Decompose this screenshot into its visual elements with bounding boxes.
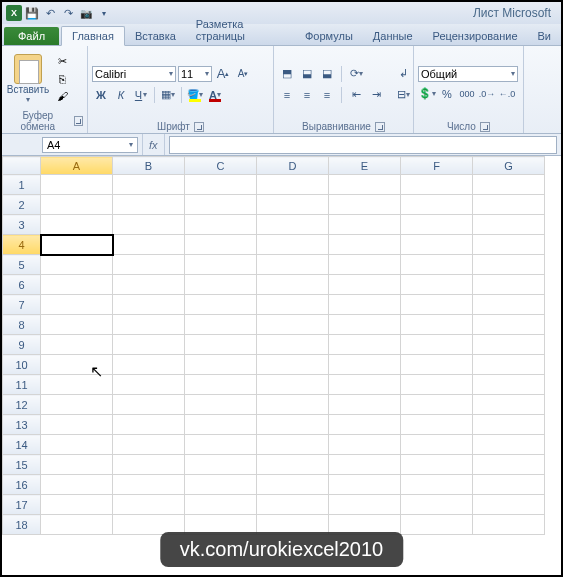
cell[interactable] xyxy=(329,495,401,515)
cell[interactable] xyxy=(329,435,401,455)
decrease-decimal-button[interactable]: ←.0 xyxy=(498,85,516,103)
cell[interactable] xyxy=(329,175,401,195)
cell[interactable] xyxy=(113,435,185,455)
column-header[interactable]: D xyxy=(257,157,329,175)
tab-review[interactable]: Рецензирование xyxy=(423,27,528,45)
row-header[interactable]: 4 xyxy=(3,235,41,255)
cell[interactable] xyxy=(401,435,473,455)
tab-insert[interactable]: Вставка xyxy=(125,27,186,45)
cell[interactable] xyxy=(401,355,473,375)
row-header[interactable]: 14 xyxy=(3,435,41,455)
cell[interactable] xyxy=(113,175,185,195)
cell[interactable] xyxy=(113,455,185,475)
column-header[interactable]: G xyxy=(473,157,545,175)
orientation-button[interactable]: ⟳▾ xyxy=(347,65,365,83)
merge-center-button[interactable]: ⊟▾ xyxy=(391,86,415,104)
row-header[interactable]: 10 xyxy=(3,355,41,375)
cell[interactable] xyxy=(329,415,401,435)
row-header[interactable]: 15 xyxy=(3,455,41,475)
cell[interactable] xyxy=(41,415,113,435)
borders-button[interactable]: ▦▾ xyxy=(159,86,177,104)
cell[interactable] xyxy=(257,435,329,455)
percent-button[interactable]: % xyxy=(438,85,456,103)
cell[interactable] xyxy=(473,455,545,475)
font-dialog-launcher[interactable] xyxy=(194,122,204,132)
cell[interactable] xyxy=(257,335,329,355)
cell[interactable] xyxy=(257,195,329,215)
number-format-combo[interactable]: Общий▾ xyxy=(418,66,518,82)
cell[interactable] xyxy=(113,355,185,375)
cell[interactable] xyxy=(401,515,473,535)
bold-button[interactable]: Ж xyxy=(92,86,110,104)
cell[interactable] xyxy=(401,315,473,335)
cell[interactable] xyxy=(401,475,473,495)
cell[interactable] xyxy=(329,255,401,275)
cell[interactable] xyxy=(401,335,473,355)
cell[interactable] xyxy=(113,215,185,235)
cell[interactable] xyxy=(473,375,545,395)
cell[interactable] xyxy=(257,395,329,415)
cell[interactable] xyxy=(473,195,545,215)
cell[interactable] xyxy=(41,495,113,515)
row-header[interactable]: 18 xyxy=(3,515,41,535)
row-header[interactable]: 8 xyxy=(3,315,41,335)
cell[interactable] xyxy=(113,275,185,295)
grow-font-button[interactable]: A▴ xyxy=(214,65,232,83)
row-header[interactable]: 17 xyxy=(3,495,41,515)
cell[interactable] xyxy=(329,295,401,315)
cell[interactable] xyxy=(257,455,329,475)
align-left-button[interactable]: ≡ xyxy=(278,86,296,104)
format-painter-icon[interactable]: 🖌 xyxy=(54,89,70,103)
decrease-indent-button[interactable]: ⇤ xyxy=(347,86,365,104)
cell[interactable] xyxy=(257,295,329,315)
cell[interactable] xyxy=(113,475,185,495)
currency-button[interactable]: 💲▾ xyxy=(418,85,436,103)
row-header[interactable]: 3 xyxy=(3,215,41,235)
cell[interactable] xyxy=(401,495,473,515)
tab-data[interactable]: Данные xyxy=(363,27,423,45)
increase-indent-button[interactable]: ⇥ xyxy=(367,86,385,104)
cell[interactable] xyxy=(329,475,401,495)
cell[interactable] xyxy=(257,275,329,295)
cell[interactable] xyxy=(473,395,545,415)
cell[interactable] xyxy=(329,195,401,215)
paste-button[interactable]: Вставить ▾ xyxy=(6,54,50,104)
cell[interactable] xyxy=(329,395,401,415)
cell[interactable] xyxy=(113,255,185,275)
cell[interactable] xyxy=(113,295,185,315)
redo-icon[interactable]: ↷ xyxy=(60,5,76,21)
tab-formulas[interactable]: Формулы xyxy=(295,27,363,45)
cell[interactable] xyxy=(329,455,401,475)
cell[interactable] xyxy=(257,255,329,275)
cell[interactable] xyxy=(185,355,257,375)
cell[interactable] xyxy=(401,415,473,435)
formula-input[interactable] xyxy=(169,136,557,154)
camera-icon[interactable]: 📷 xyxy=(78,5,94,21)
tab-view[interactable]: Ви xyxy=(528,27,561,45)
cell[interactable] xyxy=(41,195,113,215)
cell[interactable] xyxy=(329,235,401,255)
cell[interactable] xyxy=(257,355,329,375)
column-header[interactable]: C xyxy=(185,157,257,175)
cell[interactable] xyxy=(41,455,113,475)
row-header[interactable]: 5 xyxy=(3,255,41,275)
select-all-corner[interactable] xyxy=(3,157,41,175)
cell[interactable] xyxy=(41,255,113,275)
fx-button[interactable]: fx xyxy=(142,134,165,155)
number-dialog-launcher[interactable] xyxy=(480,122,490,132)
cell[interactable] xyxy=(473,475,545,495)
underline-button[interactable]: Ч▾ xyxy=(132,86,150,104)
cell[interactable] xyxy=(401,195,473,215)
cell[interactable] xyxy=(113,495,185,515)
cell[interactable] xyxy=(41,435,113,455)
cell[interactable] xyxy=(185,375,257,395)
cell[interactable] xyxy=(329,355,401,375)
cell[interactable] xyxy=(329,335,401,355)
cell[interactable] xyxy=(473,255,545,275)
cell[interactable] xyxy=(185,315,257,335)
cell[interactable] xyxy=(185,195,257,215)
cell[interactable] xyxy=(473,275,545,295)
cell[interactable] xyxy=(257,475,329,495)
cell[interactable] xyxy=(473,295,545,315)
cell[interactable] xyxy=(113,375,185,395)
